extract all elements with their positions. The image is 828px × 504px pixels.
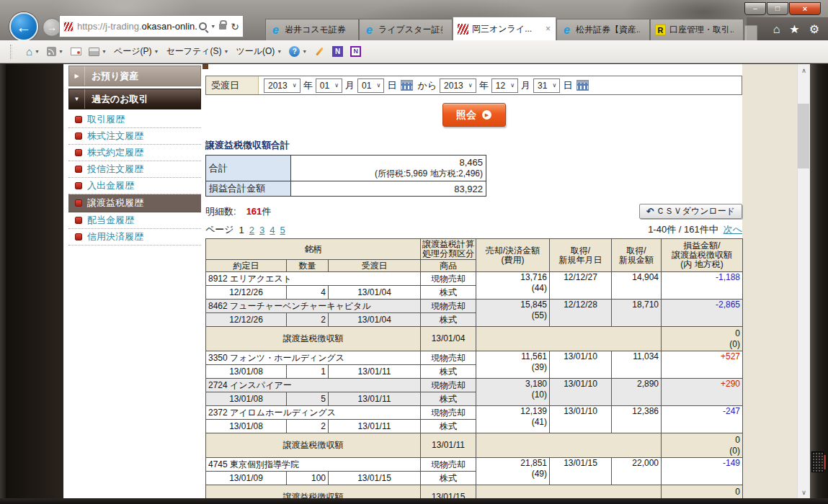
- page-number[interactable]: 5: [280, 225, 285, 235]
- help-menu[interactable]: ?▼: [285, 44, 311, 59]
- to-day-select[interactable]: 31∨: [533, 78, 560, 93]
- chevron-down-icon: ▼: [102, 49, 107, 54]
- tab-favicon: e: [364, 24, 375, 35]
- home-icon[interactable]: ⌂: [773, 22, 780, 37]
- subtotal-date: 13/01/11: [421, 433, 476, 458]
- from-year-select[interactable]: 2013∨: [264, 78, 301, 93]
- new-tab-button[interactable]: [744, 25, 757, 40]
- page-number[interactable]: 1: [239, 225, 244, 235]
- snipping-pen-button[interactable]: [311, 45, 329, 58]
- lock-icon: [219, 24, 226, 30]
- tab-close-icon[interactable]: ×: [545, 24, 551, 34]
- page-menu[interactable]: ページ(P)▼: [110, 43, 163, 60]
- chevron-down-icon: ∨: [290, 79, 300, 92]
- chevron-down-icon[interactable]: ▼: [210, 24, 215, 29]
- list-info-row: 明細数: 161 件 ↶ ＣＳＶダウンロード: [205, 204, 742, 219]
- linked-notes-button[interactable]: N: [347, 44, 365, 59]
- sidebar-menu-item[interactable]: 入出金履歴: [68, 178, 201, 194]
- feeds-button[interactable]: ▼: [43, 45, 67, 58]
- settings-gear-icon[interactable]: ⚙: [809, 22, 819, 37]
- help-icon: ?: [289, 46, 300, 57]
- address-bar[interactable]: https://j-trading.okasan-onlin... ▼ ↻: [59, 15, 244, 37]
- page-number[interactable]: 2: [249, 225, 254, 235]
- sidebar-section-header[interactable]: ▶ お預り資産: [68, 66, 201, 86]
- back-button[interactable]: ←: [9, 12, 38, 41]
- date-filter-controls: 2013∨ 年 01∨ 月 01∨ 日 から 2013∨ 年 12∨ 月 31∨…: [259, 76, 742, 94]
- refresh-icon[interactable]: ↻: [231, 21, 239, 32]
- total-label: 合計: [206, 156, 291, 181]
- tools-menu[interactable]: ツール(O)▼: [232, 43, 285, 60]
- sidebar-menu-item[interactable]: 譲渡益税履歴: [68, 194, 201, 212]
- result-range-text: 1-40件 / 161件中: [648, 223, 718, 236]
- settlement-date: 13/01/11: [329, 420, 421, 433]
- red-square-bullet-icon: [75, 149, 82, 156]
- from-day-select[interactable]: 01∨: [357, 78, 384, 93]
- chevron-down-icon: ∨: [507, 79, 517, 92]
- tax-history-table: 銘柄 譲渡益税計算 処理分類区分 売却/決済金額 (費用) 取得/ 新規年月日 …: [205, 238, 743, 498]
- sidebar-menu-item[interactable]: 取引履歴: [68, 112, 201, 128]
- page-number[interactable]: 3: [259, 225, 264, 235]
- trade-category: 現物売却: [421, 272, 476, 286]
- col-settle-date: 受渡日: [329, 260, 421, 272]
- sidebar-menu-item[interactable]: 信用決済履歴: [68, 229, 201, 246]
- sidebar-menu-item[interactable]: 投信注文履歴: [68, 161, 201, 178]
- subtotal-label: 譲渡益税徴収額: [206, 327, 421, 351]
- sell-fee: (39): [478, 362, 547, 373]
- browser-tab[interactable]: e ライブスター証券: [359, 19, 453, 40]
- browser-tab[interactable]: 岡三オンライ... ×: [453, 17, 556, 40]
- scroll-down-icon[interactable]: ∨: [798, 486, 810, 498]
- acquire-date: 13/01/15: [550, 458, 612, 485]
- profit-loss: -149: [662, 458, 743, 485]
- favorites-star-icon[interactable]: ★: [789, 22, 799, 37]
- sidebar-menu-item[interactable]: 配当金履歴: [68, 212, 201, 229]
- query-button[interactable]: 照会▶: [442, 103, 506, 127]
- from-month-select[interactable]: 01∨: [316, 78, 342, 93]
- maximize-button[interactable]: □: [767, 2, 788, 15]
- search-icon[interactable]: [199, 22, 207, 30]
- minimize-button[interactable]: –: [744, 2, 766, 15]
- summary-pl-row: 損益合計金額 83,922: [206, 181, 486, 197]
- browser-tab[interactable]: e 岩井コスモ証券 ...: [265, 19, 359, 40]
- home-icon: ⌂: [26, 47, 32, 57]
- page-number[interactable]: 4: [270, 225, 275, 235]
- quantity: 5: [287, 392, 329, 406]
- trade-name-row: 4745 東京個別指導学院 現物売却 21,851 (49) 13/01/15 …: [206, 458, 743, 472]
- scrollbar-thumb[interactable]: [798, 104, 809, 168]
- to-year-select[interactable]: 2013∨: [440, 78, 476, 93]
- col-profit-loss: 損益金額/ 譲渡益税徴収額 (内 地方税): [662, 239, 743, 272]
- url-text[interactable]: https://j-trading.okasan-onlin...: [77, 21, 197, 32]
- subtotal-sub: (0): [664, 446, 740, 456]
- scroll-up-icon[interactable]: ∧: [798, 64, 810, 76]
- sidebar-menu-item[interactable]: 株式約定履歴: [68, 145, 201, 161]
- col-trade-date: 約定日: [206, 260, 287, 272]
- sidebar-menu-item[interactable]: 株式注文履歴: [68, 128, 201, 145]
- sidebar-item-label: 信用決済履歴: [87, 230, 143, 243]
- home-menu-button[interactable]: ⌂▼: [22, 45, 43, 59]
- trade-name-row: 8912 エリアクエスト 現物売却 13,716 (44) 12/12/27 1…: [206, 272, 743, 286]
- next-page-link[interactable]: 次へ: [724, 223, 742, 236]
- pagination-row: ページ 1 2 3 4 5 1-40件 / 161件中 次へ: [205, 223, 742, 236]
- print-button[interactable]: ▼: [85, 45, 110, 58]
- read-mail-button[interactable]: [67, 45, 85, 58]
- safety-menu[interactable]: セーフティ(S)▼: [162, 43, 232, 60]
- tax-subtotal-row: 譲渡益税徴収額 13/01/04 0 (0): [206, 327, 743, 351]
- acquire-amount: 22,000: [612, 458, 662, 485]
- calendar-icon[interactable]: [577, 80, 589, 91]
- send-to-onenote-button[interactable]: N: [329, 44, 347, 59]
- close-button[interactable]: ×: [789, 2, 821, 15]
- csv-download-button[interactable]: ↶ ＣＳＶダウンロード: [639, 204, 742, 219]
- browser-tab[interactable]: R 口座管理・取引...: [650, 19, 744, 40]
- month-unit-label: 月: [345, 79, 355, 92]
- sidebar-section-header[interactable]: ▼ 過去のお取引: [68, 89, 201, 109]
- sidebar-item-label: 譲渡益税履歴: [87, 197, 143, 210]
- subtotal-value: 0: [664, 487, 740, 498]
- tab-title: 岡三オンライ...: [472, 23, 541, 35]
- summary-title: 譲渡益税徴収額合計: [205, 139, 742, 152]
- to-month-select[interactable]: 12∨: [491, 78, 518, 93]
- range-word: から: [417, 79, 437, 92]
- tab-title: 口座管理・取引...: [669, 24, 734, 36]
- security-name: 2372 アイロムホールディングス: [206, 406, 421, 420]
- browser-tab[interactable]: e 松井証券【資産...: [556, 19, 650, 40]
- calendar-icon[interactable]: [401, 80, 413, 91]
- subtotal-value: 0: [664, 435, 740, 446]
